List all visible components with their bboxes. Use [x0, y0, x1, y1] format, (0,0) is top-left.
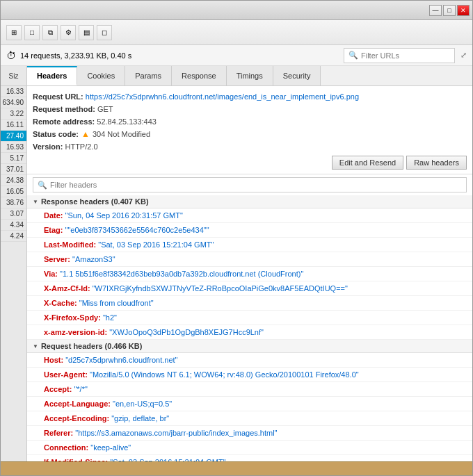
- filter-headers-container[interactable]: 🔍: [33, 177, 467, 192]
- resp-key-7: X-Firefox-Spdy:: [44, 313, 101, 322]
- resp-val-8: "XWJoOpoQ3dPb1OgDgBh8XEJG7Hcc9Lnf": [109, 328, 264, 336]
- panel-icon[interactable]: ▤: [79, 25, 94, 40]
- resp-header-1: Etag: ""e0eb3f873453662e5564c760c2e5e434…: [27, 223, 472, 238]
- resp-header-7: X-Firefox-Spdy: "h2": [27, 311, 472, 325]
- version-value: HTTP/2.0: [65, 142, 97, 151]
- size-5: 16.93: [1, 142, 26, 153]
- close-btn[interactable]: ✕: [457, 5, 470, 16]
- tab-response[interactable]: Response: [172, 66, 227, 85]
- filter-url-input[interactable]: [361, 51, 444, 60]
- layout-icon-1[interactable]: ⊞: [6, 25, 22, 40]
- url-value: https://d25c7x5dprwhn6.cloudfront.net/im…: [86, 92, 359, 101]
- request-triangle-icon: ▼: [33, 343, 38, 350]
- network-bar: ⏱ 14 requests, 3,233.91 KB, 0.40 s 🔍 ⤢: [1, 45, 472, 66]
- req-val-5: "https://s3.amazonaws.com/jbarr-public/i…: [75, 429, 277, 437]
- resp-header-0: Date: "Sun, 04 Sep 2016 20:31:57 GMT": [27, 208, 472, 223]
- expand-icon[interactable]: ⤢: [460, 51, 467, 60]
- req-val-2: "*/*": [74, 385, 87, 393]
- filter-headers-input[interactable]: [50, 181, 462, 189]
- req-key-1: User-Agent:: [44, 370, 88, 379]
- req-key-3: Accept-Language:: [44, 400, 111, 408]
- req-val-3: "en,en-US;q=0.5": [113, 400, 172, 408]
- request-info: Request URL: https://d25c7x5dprwhn6.clou…: [27, 86, 472, 174]
- req-key-2: Accept:: [44, 385, 72, 393]
- req-header-3: Accept-Language: "en,en-US;q=0.5": [27, 397, 472, 411]
- resp-header-3: Server: "AmazonS3": [27, 252, 472, 267]
- network-info: ⏱ 14 requests, 3,233.91 KB, 0.40 s: [6, 50, 338, 61]
- req-header-1: User-Agent: "Mozilla/5.0 (Windows NT 6.1…: [27, 368, 472, 382]
- resp-header-5: X-Amz-Cf-Id: "W7IXRGjKyfndbSXWJTNyVTeZ-R…: [27, 281, 472, 296]
- resp-val-0: "Sun, 04 Sep 2016 20:31:57 GMT": [65, 211, 183, 220]
- response-triangle-icon: ▼: [33, 199, 38, 205]
- request-section-header[interactable]: ▼ Request headers (0.466 KB): [27, 340, 472, 353]
- method-row: Request method: GET: [33, 103, 467, 115]
- main-window: — □ ✕ ⊞ □ ⧉ ⚙ ▤ ◻ ⏱ 14 requests, 3,233.9…: [0, 0, 473, 476]
- tab-params[interactable]: Params: [125, 66, 172, 85]
- search-icon: 🔍: [348, 51, 358, 60]
- headers-scroll[interactable]: ▼ Response headers (0.407 KB) Date: "Sun…: [27, 195, 472, 461]
- bottom-bar: [1, 461, 472, 475]
- filter-url-container[interactable]: 🔍: [344, 48, 455, 63]
- size-4: 27.40: [1, 131, 26, 142]
- titlebar: — □ ✕: [1, 1, 472, 20]
- req-header-6: Connection: "keep-alive": [27, 441, 472, 455]
- network-stats: 14 requests, 3,233.91 KB, 0.40 s: [20, 51, 131, 60]
- tab-security[interactable]: Security: [273, 66, 321, 85]
- resp-key-4: Via:: [44, 270, 58, 278]
- req-val-1: "Mozilla/5.0 (Windows NT 6.1; WOW64; rv:…: [90, 370, 359, 379]
- req-key-6: Connection:: [44, 443, 88, 452]
- resp-key-2: Last-Modified:: [44, 240, 96, 249]
- method-label: Request method:: [33, 105, 95, 113]
- layout-icon-2[interactable]: □: [24, 25, 40, 40]
- settings-icon[interactable]: ⚙: [61, 25, 76, 40]
- req-val-6: "keep-alive": [90, 443, 131, 452]
- resp-key-8: x-amz-version-id:: [44, 328, 107, 336]
- resp-header-2: Last-Modified: "Sat, 03 Sep 2016 15:21:0…: [27, 238, 472, 252]
- size-1: 634.90: [1, 97, 26, 108]
- tab-timings[interactable]: Timings: [227, 66, 273, 85]
- response-section-header[interactable]: ▼ Response headers (0.407 KB): [27, 195, 472, 208]
- req-header-0: Host: "d25c7x5dprwhn6.cloudfront.net": [27, 353, 472, 368]
- size-9: 16.05: [1, 186, 26, 197]
- req-header-2: Accept: "*/*": [27, 382, 472, 397]
- layout-icon-3[interactable]: ⧉: [42, 25, 58, 40]
- tab-cookies[interactable]: Cookies: [77, 66, 125, 85]
- action-buttons: Edit and Resend Raw headers: [33, 156, 467, 170]
- method-value: GET: [97, 105, 113, 113]
- req-header-7: If-Modified-Since: "Sat, 03 Sep 2016 15:…: [27, 455, 472, 461]
- status-row: Status code: ▲ 304 Not Modified: [33, 128, 467, 140]
- clock-icon: ⏱: [6, 50, 16, 61]
- resp-val-2: "Sat, 03 Sep 2016 15:21:04 GMT": [98, 240, 214, 249]
- size-6: 5.17: [1, 153, 26, 164]
- raw-headers-button[interactable]: Raw headers: [406, 156, 467, 170]
- size-0: 16.33: [1, 86, 26, 97]
- resp-val-6: "Miss from cloudfront": [79, 299, 154, 307]
- maximize-btn[interactable]: □: [443, 5, 456, 16]
- layout-icon-4[interactable]: ◻: [97, 25, 112, 40]
- req-val-4: "gzip, deflate, br": [111, 414, 169, 422]
- resp-header-4: Via: "1.1 5b51f6e8f38342d63beb93a0db7a39…: [27, 267, 472, 281]
- size-3: 16.11: [1, 120, 26, 131]
- main-panel: Request URL: https://d25c7x5dprwhn6.clou…: [27, 86, 472, 461]
- tab-headers[interactable]: Headers: [27, 66, 77, 85]
- resp-key-0: Date:: [44, 211, 63, 220]
- url-row: Request URL: https://d25c7x5dprwhn6.clou…: [33, 90, 467, 103]
- req-val-0: "d25c7x5dprwhn6.cloudfront.net": [65, 356, 177, 364]
- tabs-bar: Headers Cookies Params Response Timings …: [27, 66, 472, 85]
- left-sizes: 16.33 634.90 3.22 16.11 27.40 16.93 5.17…: [1, 86, 27, 461]
- minimize-btn[interactable]: —: [429, 5, 442, 16]
- size-13: 4.24: [1, 231, 26, 242]
- remote-row: Remote address: 52.84.25.133:443: [33, 115, 467, 128]
- request-section-label: Request headers (0.466 KB): [41, 342, 143, 350]
- edit-resend-button[interactable]: Edit and Resend: [332, 156, 403, 170]
- url-label: Request URL:: [33, 92, 83, 101]
- resp-val-5: "W7IXRGjKyfndbSXWJTNyVTeZ-RRoBpcoOIaPiGe…: [93, 284, 348, 293]
- content-area: 16.33 634.90 3.22 16.11 27.40 16.93 5.17…: [1, 86, 472, 461]
- req-key-4: Accept-Encoding:: [44, 414, 109, 422]
- size-8: 24.38: [1, 175, 26, 186]
- resp-val-3: "AmazonS3": [72, 255, 115, 263]
- response-section-label: Response headers (0.407 KB): [41, 197, 149, 206]
- resp-val-7: "h2": [103, 313, 117, 322]
- toolbar: ⊞ □ ⧉ ⚙ ▤ ◻: [1, 20, 472, 45]
- tabs-row: Siz Headers Cookies Params Response Timi…: [1, 66, 472, 86]
